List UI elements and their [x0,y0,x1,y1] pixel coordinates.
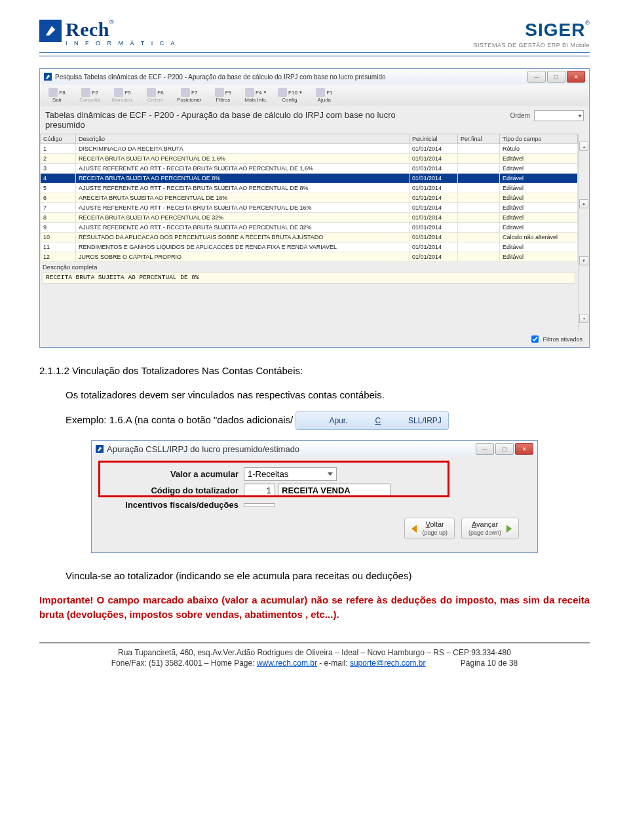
avancar-button[interactable]: Avançar(page down) [461,518,519,539]
table-row[interactable]: 3AJUSTE REFERENTE AO RTT - RECEITA BRUTA… [41,164,578,174]
panel-title: Tabelas dinâmicas de ECF - P200 - Apuraç… [45,110,412,130]
col-header[interactable]: Per.final [458,134,500,144]
app-icon [44,73,52,81]
body-p1: Os totalizadores devem ser vinculados na… [39,388,590,403]
close-button[interactable]: ✕ [567,71,585,83]
email-link[interactable]: suporte@rech.com.br [350,659,426,668]
last-button[interactable]: ▾ [579,314,588,323]
minimize-button[interactable]: — [476,443,494,455]
rech-name: Rech [66,18,109,40]
window-apuracao: Apuração CSLL/IRPJ do lucro presumido/es… [91,440,538,553]
filters-checkbox[interactable]: Filtros ativados [529,334,582,345]
window2-title: Apuração CSLL/IRPJ do lucro presumido/es… [107,444,299,454]
ordem-dropdown[interactable] [534,110,584,121]
voltar-button[interactable]: Voltar(page up) [404,518,455,539]
toolbar-filtros[interactable]: F9Filtros [207,86,238,105]
table-row[interactable]: 4RECEITA BRUTA SUJEITA AO PERCENTUAL DE … [41,174,578,183]
siger-name: SIGER [525,20,585,40]
desc-label: Descrição completa [43,263,575,271]
close-button[interactable]: ✕ [515,443,533,455]
col-header[interactable]: Per.inicial [410,134,458,144]
incentivos-label: Incentivos fiscais/deduções [101,500,244,510]
toolbar-consulta: F2Consulta [74,86,105,105]
maximize-button[interactable]: ▢ [547,71,565,83]
footer-line1: Rua Tupanciretã, 460, esq.Av.Ver.Adão Ro… [39,647,590,659]
window-title: Pesquisa Tabelas dinâmicas de ECF - P200… [55,73,386,81]
minimize-button[interactable]: — [527,71,546,83]
arrow-right-icon [506,525,512,533]
incentivos-input[interactable] [244,503,275,507]
table-row[interactable]: 10RESULTADO DA APLICACAO DOS PERCENTUAIS… [41,233,578,242]
toolbar-maisinfo[interactable]: F4 ▼Mais Info. [240,86,272,105]
maximize-button[interactable]: ▢ [495,443,514,455]
section-heading: 2.1.1.2 Vinculação dos Totalizadores Nas… [39,364,590,379]
table-row[interactable]: 6ARECEITA BRUTA SUJEITA AO PERCENTUAL DE… [41,193,578,203]
desc-value: RECEITA BRUTA SUJEITA AO PERCENTUAL DE 8… [43,272,575,284]
table-row[interactable]: 11RENDIMENTOS E GANHOS LIQUIDOS DE APLIC… [41,242,578,252]
toolbar: F8SairF2ConsultaF5Manuten.F6OrdemF7Posic… [40,85,589,106]
apur-csll-irpj-button[interactable]: Apur.CSLL/IRPJ [295,411,448,430]
col-header[interactable]: Descrição [76,134,410,144]
window-tabelas-dinamicas: Pesquisa Tabelas dinâmicas de ECF - P200… [39,68,590,348]
siger-sub: SISTEMAS DE GESTÃO ERP BI Mobile [474,42,590,48]
body-p3: Vincula-se ao totalizador (indicando se … [39,569,590,584]
logo-rech: Rech® I N F O R M Á T I C A [39,20,177,47]
important-note: Importante! O campo marcado abaixo (valo… [39,593,590,622]
app-icon [96,445,104,453]
valor-acumular-dropdown[interactable]: 1-Receitas [244,467,337,481]
up-button[interactable]: ▲ [579,199,588,208]
codigo-totalizador-label: Código do totalizador [101,486,244,495]
table-row[interactable]: 1DISCRIMINACAO DA RECEITA BRUTA01/01/201… [41,144,578,154]
page-footer: Rua Tupanciretã, 460, esq.Av.Ver.Adão Ro… [39,642,590,670]
logo-siger: SIGER® SISTEMAS DE GESTÃO ERP BI Mobile [474,20,590,48]
grid-nav-buttons: ▴ ▲ ▼ ▾ [578,134,589,331]
col-header[interactable]: Código [41,134,76,144]
table-row[interactable]: 8RECEITA BRUTA SUJEITA AO PERCENTUAL DE … [41,213,578,223]
codigo-totalizador-name: RECEITA VENDA [278,484,391,497]
body-p2: Exemplo: 1.6.A (na conta o botão "dados … [66,414,293,425]
table-row[interactable]: 7AJUSTE REFERENTE AO RTT - RECEITA BRUTA… [41,203,578,213]
codigo-totalizador-input[interactable]: 1 [244,484,275,497]
table-row[interactable]: 5AJUSTE REFERENTE AO RTT - RECEITA BRUTA… [41,183,578,193]
table-row[interactable]: 9AJUSTE REFERENTE AO RTT - RECEITA BRUTA… [41,223,578,233]
toolbar-sair[interactable]: F8Sair [41,86,73,105]
ordem-label: Ordem [510,112,530,119]
valor-acumular-label: Valor a acumular [101,469,244,479]
homepage-link[interactable]: www.rech.com.br [257,659,317,668]
down-button[interactable]: ▼ [579,256,588,265]
toolbar-manuten: F5Manuten. [107,86,138,105]
arrow-left-icon [411,525,417,533]
toolbar-ordem: F6Ordem [140,86,171,105]
table-row[interactable]: 12JUROS SOBRE O CAPITAL PROPRIO01/01/201… [41,252,578,262]
data-grid[interactable]: CódigoDescriçãoPer.inicialPer.finalTipo … [40,134,578,262]
toolbar-ajuda[interactable]: F1Ajuda [309,86,340,105]
rech-sub: I N F O R M Á T I C A [66,41,177,47]
table-row[interactable]: 2RECEITA BRUTA SUJEITA AO PERCENTUAL DE … [41,154,578,164]
toolbar-posicionar[interactable]: F7Posicionar [172,86,206,105]
col-header[interactable]: Tipo do campo [500,134,578,144]
toolbar-config[interactable]: F10 ▼Config. [273,86,307,105]
first-button[interactable]: ▴ [579,142,588,151]
